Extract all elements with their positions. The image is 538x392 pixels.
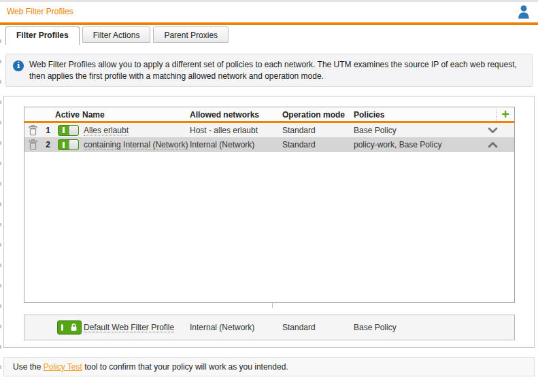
toggle-knob — [69, 126, 78, 135]
policies: Base Policy — [354, 126, 397, 135]
table-row[interactable]: 2 containing Internal (Network) Internal… — [24, 137, 514, 152]
default-allowed-networks: Internal (Network) — [190, 323, 254, 332]
col-header-name: Name — [82, 110, 105, 120]
tab-filter-actions[interactable]: Filter Actions — [82, 26, 151, 43]
chevron-down-icon[interactable] — [483, 127, 502, 133]
toggle-knob — [69, 140, 78, 149]
trash-icon[interactable] — [29, 139, 37, 150]
allowed-networks: Host - alles erlaubt — [190, 126, 258, 135]
default-operation-mode: Standard — [282, 323, 316, 332]
row-index: 1 — [38, 126, 50, 135]
table-rows: 1 Alles erlaubt Host - alles erlaubt Sta… — [24, 123, 514, 152]
lock-icon — [70, 323, 78, 332]
policy-test-link[interactable]: Policy Test — [44, 362, 82, 372]
allowed-networks: Internal (Network) — [190, 140, 254, 149]
plus-icon[interactable]: + — [499, 107, 511, 122]
col-header-policies: Policies — [354, 110, 384, 120]
table-row[interactable]: 1 Alles erlaubt Host - alles erlaubt Sta… — [24, 123, 514, 137]
default-policies: Base Policy — [354, 323, 397, 332]
operation-mode: Standard — [282, 140, 316, 149]
user-icon[interactable] — [518, 5, 530, 19]
footer-prefix: Use the — [13, 362, 44, 372]
trash-icon[interactable] — [29, 125, 37, 136]
title-divider — [0, 22, 538, 25]
policies: policy-work, Base Policy — [354, 140, 441, 149]
table-resize-handle[interactable] — [268, 303, 273, 308]
tab-filter-profiles[interactable]: Filter Profiles — [5, 26, 80, 45]
operation-mode: Standard — [282, 126, 316, 135]
info-box: i Web Filter Profiles allow you to apply… — [5, 54, 533, 87]
toggle-on-bar — [61, 325, 63, 331]
profiles-panel: Active Name Allowed networks Operation m… — [3, 96, 535, 348]
table-header: Active Name Allowed networks Operation m… — [24, 107, 514, 123]
col-header-active: Active — [55, 110, 80, 120]
toggle-on[interactable] — [58, 139, 79, 150]
tab-parent-proxies[interactable]: Parent Proxies — [153, 26, 229, 43]
footer-note: Use the Policy Test tool to confirm that… — [3, 357, 535, 376]
default-profile-row: Default Web Filter Profile Internal (Net… — [24, 315, 515, 340]
col-header-mode: Operation mode — [282, 110, 345, 120]
info-icon: i — [13, 60, 24, 71]
web-filter-profiles-page: Web Filter Profiles Filter Profiles Filt… — [0, 0, 538, 392]
profile-name[interactable]: containing Internal (Network) — [84, 140, 188, 150]
info-text: Web Filter Profiles allow you to apply a… — [29, 59, 526, 82]
left-edge-ticks — [0, 39, 1, 379]
row-index: 2 — [38, 140, 50, 149]
header-separator — [496, 109, 497, 121]
col-header-networks: Allowed networks — [190, 110, 259, 120]
toggle-on[interactable] — [58, 125, 79, 136]
info-line-1: Web Filter Profiles allow you to apply a… — [29, 60, 517, 69]
chevron-up-icon[interactable] — [483, 142, 502, 148]
top-strip — [0, 0, 538, 2]
profiles-table: Active Name Allowed networks Operation m… — [24, 107, 515, 303]
page-title: Web Filter Profiles — [7, 7, 73, 16]
footer-suffix: tool to confirm that your policy will wo… — [82, 362, 288, 372]
toggle-locked — [57, 321, 82, 335]
info-line-2: then applies the first profile with a ma… — [29, 71, 324, 81]
tab-bar: Filter Profiles Filter Actions Parent Pr… — [5, 26, 231, 45]
default-profile-name[interactable]: Default Web Filter Profile — [84, 323, 174, 333]
profile-name[interactable]: Alles erlaubt — [84, 125, 129, 135]
